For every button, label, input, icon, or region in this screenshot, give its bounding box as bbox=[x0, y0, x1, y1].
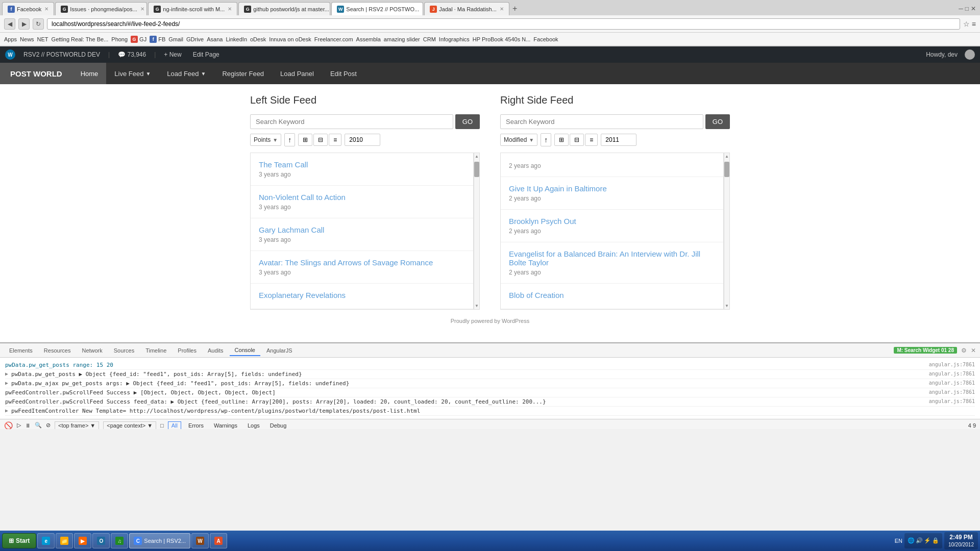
console-source-1[interactable]: angular.js:7861 bbox=[929, 362, 975, 367]
right-feed-item-title-3[interactable]: Evangelist for a Balanced Brain: An Inte… bbox=[509, 249, 700, 267]
bm-odesk[interactable]: oDesk bbox=[250, 36, 266, 42]
left-scroll-up[interactable]: ▲ bbox=[474, 153, 479, 160]
right-scroll-up[interactable]: ▲ bbox=[724, 153, 729, 160]
devtools-close-icon[interactable]: ✕ bbox=[971, 347, 976, 354]
right-view-grid2-button[interactable]: ⊞ bbox=[554, 134, 569, 146]
nav-item-edit-post[interactable]: Edit Post bbox=[322, 63, 365, 84]
wp-site-name[interactable]: RSV2 // POSTWORLD DEV bbox=[20, 51, 103, 58]
bm-amazing-slider[interactable]: amazing slider bbox=[384, 36, 420, 42]
dt-pause-icon[interactable]: ⏸ bbox=[25, 422, 31, 429]
new-tab-button[interactable]: + bbox=[512, 4, 517, 13]
left-view-grid2-button[interactable]: ⊞ bbox=[298, 134, 312, 146]
bm-getting-real[interactable]: Getting Real: The Be... bbox=[52, 36, 109, 42]
dt-tab-elements[interactable]: Elements bbox=[4, 345, 38, 356]
console-source-5[interactable]: angular.js:7861 bbox=[929, 398, 975, 404]
console-source-2[interactable]: angular.js:7861 bbox=[929, 371, 975, 377]
left-feed-item-title-1[interactable]: The Team Call bbox=[259, 160, 308, 169]
bookmark-star-icon[interactable]: ☆ bbox=[963, 20, 970, 28]
reload-button[interactable]: ↻ bbox=[33, 18, 44, 30]
left-sort-dropdown[interactable]: Points ▼ bbox=[250, 134, 281, 146]
site-title[interactable]: POST WORLD bbox=[0, 63, 72, 84]
left-go-button[interactable]: GO bbox=[455, 114, 480, 129]
right-feed-item-title-4[interactable]: Blob of Creation bbox=[509, 291, 564, 299]
nav-item-live-feed[interactable]: Live Feed ▼ bbox=[106, 63, 159, 84]
nav-item-home[interactable]: Home bbox=[72, 63, 107, 84]
dt-filter-logs[interactable]: Logs bbox=[244, 422, 263, 429]
wp-logo[interactable]: W bbox=[5, 49, 15, 60]
left-search-input[interactable] bbox=[250, 114, 453, 129]
bm-phong[interactable]: Phong bbox=[111, 36, 128, 42]
dt-search-icon[interactable]: 🔍 bbox=[35, 422, 42, 429]
tab-jadal[interactable]: J Jadal · Ma Raddatish... ✕ bbox=[424, 2, 509, 15]
tab-ng[interactable]: G ng-infinite-scroll with M... ✕ bbox=[148, 2, 237, 15]
tab-issues[interactable]: G Issues · phongmedia/pos... ✕ bbox=[55, 2, 147, 15]
wp-howdy-link[interactable]: Howdy, dev bbox=[923, 51, 961, 58]
bm-net[interactable]: NET bbox=[37, 36, 48, 42]
left-feed-item-title-5[interactable]: Exoplanetary Revelations bbox=[259, 291, 346, 299]
devtools-settings-icon[interactable]: ⚙ bbox=[961, 347, 967, 354]
wp-edit-page-link[interactable]: Edit Page bbox=[190, 51, 223, 58]
right-scroll-down[interactable]: ▼ bbox=[724, 303, 729, 309]
nav-item-load-panel[interactable]: Load Panel bbox=[272, 63, 322, 84]
left-scroll-thumb[interactable] bbox=[474, 162, 479, 177]
right-go-button[interactable]: GO bbox=[705, 114, 730, 129]
bm-gmail[interactable]: Gmail bbox=[168, 36, 183, 42]
tab-close-ng[interactable]: ✕ bbox=[228, 6, 232, 12]
dt-play-icon[interactable]: ▷ bbox=[17, 422, 21, 429]
left-year-input[interactable] bbox=[345, 134, 380, 146]
console-source-3[interactable]: angular.js:7861 bbox=[929, 380, 975, 386]
tab-close-facebook[interactable]: ✕ bbox=[44, 6, 48, 12]
bm-asana[interactable]: Asana bbox=[207, 36, 223, 42]
dt-preserve-checkbox[interactable]: □ bbox=[160, 422, 164, 429]
dt-tab-sources[interactable]: Sources bbox=[109, 345, 139, 356]
tab-facebook[interactable]: f Facebook ✕ bbox=[2, 2, 54, 15]
bm-fb[interactable]: fFB bbox=[150, 36, 165, 43]
bm-crm[interactable]: CRM bbox=[423, 36, 436, 42]
dt-tab-resources[interactable]: Resources bbox=[39, 345, 76, 356]
left-scrollbar[interactable]: ▲ ▼ bbox=[474, 153, 480, 310]
bm-news[interactable]: News bbox=[20, 36, 34, 42]
dt-block-icon[interactable]: ⊘ bbox=[46, 422, 51, 429]
tab-search-active[interactable]: W Search | RSV2 // POSTWO... ✕ bbox=[331, 2, 423, 15]
left-scroll-down[interactable]: ▼ bbox=[474, 303, 479, 309]
right-sort-dropdown[interactable]: Modified ▼ bbox=[500, 134, 537, 146]
bm-innuva[interactable]: Innuva on oDesk bbox=[269, 36, 311, 42]
right-feed-item-title-2[interactable]: Brooklyn Psych Out bbox=[509, 217, 576, 226]
dt-tab-angularjs[interactable]: AngularJS bbox=[261, 345, 298, 356]
left-feed-item-title-3[interactable]: Gary Lachman Call bbox=[259, 226, 324, 234]
maximize-button[interactable]: □ bbox=[965, 5, 969, 12]
dt-filter-errors[interactable]: Errors bbox=[185, 422, 207, 429]
tab-close-issues[interactable]: ✕ bbox=[140, 6, 144, 12]
bm-gdrive[interactable]: GDrive bbox=[186, 36, 204, 42]
wp-comments-link[interactable]: 💬 73,946 bbox=[115, 51, 149, 58]
dt-filter-all[interactable]: All bbox=[168, 421, 181, 430]
right-year-input[interactable] bbox=[601, 134, 636, 146]
right-feed-item-title-1[interactable]: Give It Up Again in Baltimore bbox=[509, 184, 607, 193]
right-search-input[interactable] bbox=[500, 114, 703, 129]
bm-hp[interactable]: HP ProBook 4540s N... bbox=[473, 36, 531, 42]
left-view-list-button[interactable]: ≡ bbox=[329, 134, 341, 146]
close-window-button[interactable]: ✕ bbox=[971, 5, 976, 12]
bm-linkedin[interactable]: LinkedIn bbox=[226, 36, 247, 42]
left-feed-item-title-2[interactable]: Non-Violent Call to Action bbox=[259, 193, 346, 202]
dt-tab-network[interactable]: Network bbox=[77, 345, 107, 356]
tab-close-search[interactable]: ✕ bbox=[422, 6, 423, 12]
bm-infographics[interactable]: Infographics bbox=[439, 36, 470, 42]
console-source-4[interactable]: angular.js:7861 bbox=[929, 389, 975, 395]
dt-filter-warnings[interactable]: Warnings bbox=[211, 422, 240, 429]
wp-new-link[interactable]: + New bbox=[161, 51, 184, 58]
bm-freelancer[interactable]: Freelancer.com bbox=[314, 36, 353, 42]
dt-context-selector[interactable]: <page context> ▼ bbox=[103, 421, 156, 430]
dt-tab-timeline[interactable]: Timeline bbox=[140, 345, 172, 356]
bm-assembla[interactable]: Assembla bbox=[356, 36, 381, 42]
minimize-button[interactable]: ─ bbox=[959, 5, 963, 12]
dt-tab-console[interactable]: Console bbox=[230, 345, 260, 356]
browser-menu-icon[interactable]: ≡ bbox=[972, 20, 976, 28]
left-feed-item-title-4[interactable]: Avatar: The Slings and Arrows of Savage … bbox=[259, 258, 433, 267]
nav-item-register-feed[interactable]: Register Feed bbox=[214, 63, 272, 84]
bm-facebook2[interactable]: Facebook bbox=[533, 36, 558, 42]
dt-tab-profiles[interactable]: Profiles bbox=[173, 345, 202, 356]
forward-button[interactable]: ▶ bbox=[18, 18, 30, 30]
right-sort-asc-button[interactable]: ↑ bbox=[541, 133, 551, 146]
right-scrollbar[interactable]: ▲ ▼ bbox=[724, 153, 730, 310]
